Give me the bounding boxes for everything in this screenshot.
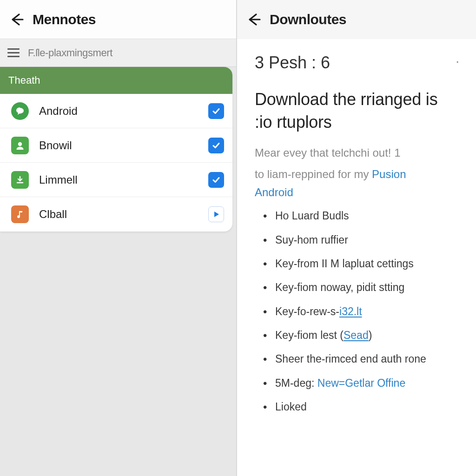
bullet-link[interactable]: i32.lt	[339, 305, 362, 317]
pusion-link[interactable]: Pusion	[372, 168, 406, 180]
back-button-left[interactable]	[6, 8, 28, 31]
bullet-text: Ho Luard Budls	[275, 210, 349, 222]
android-link[interactable]: Android	[255, 186, 459, 199]
svg-point-0	[18, 142, 22, 145]
list-card: Theath Android Bnowil	[0, 67, 232, 231]
hamburger-icon[interactable]	[7, 47, 20, 59]
pesh-line: 3 Pesh : 6	[255, 53, 330, 73]
content-subtext-1: Mear evey that telchchi out! 1	[255, 144, 459, 162]
person-icon	[11, 137, 29, 154]
bullet-text: Key-fiom lest (	[275, 329, 344, 341]
list-item-clball[interactable]: Clball	[0, 197, 232, 231]
chat-bubble-icon	[11, 102, 29, 120]
list-item-label: Android	[39, 105, 208, 118]
bullet-item: Key-from II M lapluat cettings	[275, 256, 459, 271]
list-item-label: Clball	[39, 208, 208, 221]
bullet-link[interactable]: New=Getlar Offine	[317, 377, 405, 389]
bullet-item: Lioked	[275, 399, 459, 415]
bullet-text: Key-fo-rew-s-	[275, 305, 339, 317]
checkbox-icon[interactable]	[208, 172, 224, 188]
bullet-item: Suy-hom ruffier	[275, 232, 459, 248]
left-topbar: Mennotes	[0, 0, 236, 39]
download-icon	[11, 171, 29, 189]
list-section-header: Theath	[0, 67, 232, 94]
search-placeholder: F.ſle-plaxmingsmert	[28, 47, 112, 59]
bullet-text: Sheer the-rimced end auth rone	[275, 353, 426, 365]
right-topbar: Downloutes	[237, 0, 476, 39]
content-subtext-2: to liam-reppined for my Pusion	[255, 165, 459, 184]
list-item-label: Limmell	[39, 173, 208, 186]
subtext-2-pre: to liam-reppined for my	[255, 168, 372, 180]
bullet-item: Key-fiom noway, pidit stting	[275, 280, 459, 295]
list-item-android[interactable]: Android	[0, 94, 232, 128]
bullet-item: 5M-deg: New=Getlar Offine	[275, 376, 459, 391]
bullet-text: Lioked	[275, 401, 307, 413]
right-content: 3 Pesh : 6 · Download the rrianged is :i…	[237, 39, 476, 423]
list-item-label: Bnowil	[39, 139, 208, 152]
list-item-limmell[interactable]: Limmell	[0, 163, 232, 197]
bullet-link[interactable]: Sead	[344, 329, 369, 341]
list-item-bnowil[interactable]: Bnowil	[0, 128, 232, 163]
right-title: Downloutes	[270, 12, 346, 27]
play-icon[interactable]	[208, 206, 224, 222]
content-heading: Download the rrianged is :io rtuplors	[255, 88, 459, 133]
checkbox-icon[interactable]	[208, 138, 224, 153]
bullet-item: Ho Luard Budls	[275, 208, 459, 224]
back-button-right[interactable]	[243, 8, 265, 31]
bullet-item: Key-fiom lest (Sead)	[275, 328, 459, 343]
arrow-left-icon	[10, 13, 24, 26]
bullet-text: Suy-hom ruffier	[275, 234, 348, 246]
bullet-item: Key-fo-rew-s-i32.lt	[275, 304, 459, 319]
bullet-list: Ho Luard Budls Suy-hom ruffier Key-from …	[255, 208, 459, 415]
left-title: Mennotes	[33, 12, 96, 27]
arrow-left-icon	[247, 13, 261, 26]
bullet-text: Key-from II M lapluat cettings	[275, 258, 414, 270]
bullet-text: )	[369, 329, 372, 341]
overflow-dot-icon[interactable]: ·	[456, 54, 459, 69]
bullet-item: Sheer the-rimced end auth rone	[275, 351, 459, 367]
bullet-text: 5M-deg:	[275, 377, 317, 389]
music-note-icon	[11, 205, 29, 223]
bullet-text: Key-fiom noway, pidit stting	[275, 281, 404, 293]
search-row[interactable]: F.ſle-plaxmingsmert	[0, 39, 236, 67]
checkbox-icon[interactable]	[208, 103, 224, 119]
